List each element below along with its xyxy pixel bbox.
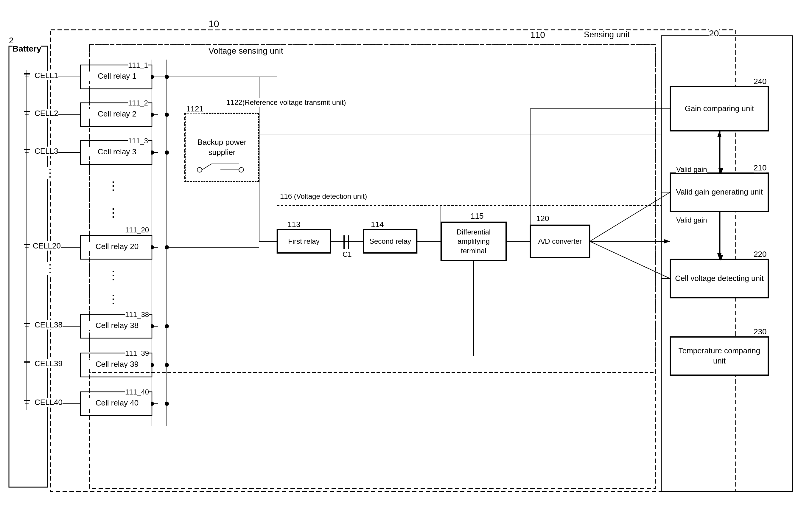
svg-line-115 <box>202 164 211 170</box>
svg-point-84 <box>165 363 169 367</box>
ref-240: 240 <box>754 77 767 86</box>
ref-230: 230 <box>754 327 767 336</box>
svg-point-113 <box>197 167 202 172</box>
cell-relay-1-label: Cell relay 1 <box>83 72 151 81</box>
valid-gain-label-1: Valid gain <box>676 165 707 174</box>
relay-dots4: ⋮ <box>107 292 119 306</box>
cell38-label: CELL38 <box>35 320 63 329</box>
sensing-unit-label: Sensing unit <box>584 30 630 39</box>
svg-point-82 <box>165 245 169 249</box>
cell-relay-39-label: Cell relay 39 <box>83 360 151 369</box>
ref-120: 120 <box>536 214 549 223</box>
valid-gain-gen-box: Valid gain generating unit <box>670 173 769 212</box>
svg-point-80 <box>165 113 169 117</box>
cell3-label: CELL3 <box>35 146 58 156</box>
capacitor-label: C1 <box>343 250 352 259</box>
cell-relay-3-label: Cell relay 3 <box>83 147 151 156</box>
ref-113: 113 <box>287 220 300 229</box>
ref-111-38: 111_38 <box>125 310 149 319</box>
ref-111-40: 111_40 <box>125 388 149 396</box>
temp-compare-box: Temperature comparing unit <box>670 337 769 376</box>
adc-label: A/D converter <box>538 237 582 246</box>
cell40-label: CELL40 <box>35 398 63 407</box>
cell-dots2: ⋮ <box>45 262 55 275</box>
gain-comparing-box: Gain comparing unit <box>670 86 769 131</box>
gain-comparing-label: Gain comparing unit <box>685 104 754 114</box>
svg-point-85 <box>165 402 169 406</box>
diff-amp-label: Differential amplifying terminal <box>444 227 503 255</box>
ref-20: 20 <box>709 28 719 38</box>
cell-relay-20-label: Cell relay 20 <box>83 242 151 251</box>
ref-111-20: 111_20 <box>125 226 149 234</box>
svg-rect-0 <box>50 30 736 491</box>
cell-voltage-det-box: Cell voltage detecting unit <box>670 259 769 298</box>
ref-1122-label: 1122(Reference voltage transmit unit) <box>226 98 346 107</box>
svg-point-83 <box>165 324 169 328</box>
ref-114: 114 <box>371 220 384 229</box>
svg-line-50 <box>590 192 670 241</box>
svg-point-81 <box>165 150 169 155</box>
diff-amp-box: Differential amplifying terminal <box>441 222 506 261</box>
ref-111-2: 111_2 <box>128 99 148 107</box>
cell1-label: CELL1 <box>35 71 58 80</box>
cell-voltage-det-label: Cell voltage detecting unit <box>675 274 764 284</box>
temp-compare-label: Temperature comparing unit <box>673 346 765 366</box>
svg-marker-119 <box>718 168 723 174</box>
cell-relay-40-label: Cell relay 40 <box>83 398 151 407</box>
switch-symbol <box>191 161 250 179</box>
cell20-label: CELL20 <box>33 241 61 250</box>
arrow-valid-to-cell <box>712 212 730 261</box>
ref-115: 115 <box>471 212 484 221</box>
svg-rect-1 <box>89 45 655 489</box>
svg-point-79 <box>165 75 169 79</box>
second-relay-label: Second relay <box>369 237 411 246</box>
cell39-label: CELL39 <box>35 359 63 368</box>
ref-110: 110 <box>530 30 545 40</box>
svg-marker-110 <box>664 239 670 243</box>
ref-111-3: 111_3 <box>128 137 148 145</box>
first-relay-label: First relay <box>288 237 319 246</box>
cell-dots1: ⋮ <box>45 167 55 179</box>
ref-10: 10 <box>208 18 219 29</box>
second-relay-box: Second relay <box>363 229 417 253</box>
diagram-container: 10 2 Battery CELL1 CELL2 CELL3 ⋮ CELL20 … <box>0 0 812 522</box>
adc-box: A/D converter <box>530 225 590 258</box>
ref-111-1: 111_1 <box>128 61 148 69</box>
ref-111-39: 111_39 <box>125 349 149 358</box>
svg-marker-121 <box>718 255 723 261</box>
relay-dots1: ⋮ <box>107 179 119 193</box>
ref-1121: 1121 <box>186 104 203 114</box>
battery-label: Battery <box>13 44 41 54</box>
first-relay-box: First relay <box>277 229 331 253</box>
cell2-label: CELL2 <box>35 109 58 118</box>
cell-relay-2-label: Cell relay 2 <box>83 109 151 119</box>
arrow-gain-to-valid <box>712 131 730 174</box>
voltage-sensing-label: Voltage sensing unit <box>208 46 283 56</box>
valid-gain-gen-label: Valid gain generating unit <box>676 187 763 197</box>
svg-line-51 <box>590 241 670 279</box>
ref-220: 220 <box>754 250 767 259</box>
relay-dots2: ⋮ <box>107 206 119 219</box>
ref-116-label: 116 (Voltage detection unit) <box>280 192 367 201</box>
ref-210: 210 <box>754 163 767 173</box>
relay-dots3: ⋮ <box>107 268 119 282</box>
valid-gain-label-2: Valid gain <box>676 216 707 224</box>
backup-power-label: Backup power supplier <box>188 137 255 158</box>
svg-point-114 <box>239 167 244 172</box>
cell-relay-38-label: Cell relay 38 <box>83 321 151 330</box>
svg-rect-2 <box>89 45 655 373</box>
